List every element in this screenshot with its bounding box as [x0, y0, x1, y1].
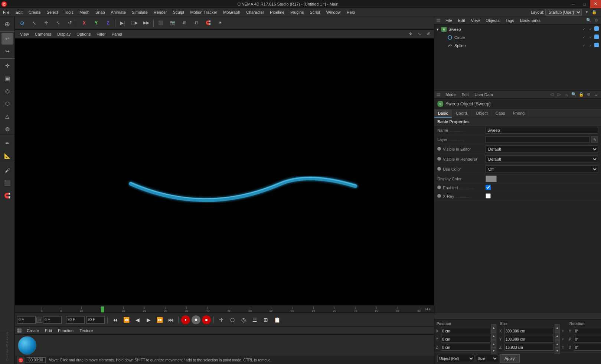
start-frame-input[interactable] — [17, 316, 36, 324]
attr-lock-icon[interactable]: 🔒 — [578, 91, 585, 98]
pos-y-input[interactable] — [441, 336, 490, 342]
use-color-select[interactable]: Off On Auto — [486, 165, 598, 173]
menu-simulate[interactable]: Simulate — [129, 8, 151, 16]
undo-tool-button[interactable]: ↩ — [1, 33, 13, 45]
menu-script[interactable]: Script — [307, 8, 323, 16]
material-panel-icon[interactable] — [16, 328, 22, 334]
size-z-link[interactable]: B — [561, 344, 566, 351]
obj-ctrl-render-circle[interactable]: ✓ — [588, 35, 594, 40]
obj-ctrl-render-sweep[interactable]: ✓ — [588, 26, 594, 32]
attr-value-layer[interactable]: ✎ — [486, 136, 598, 143]
close-button[interactable]: ✕ — [590, 0, 601, 8]
obj-ctrl-vis-spline[interactable]: ✓ — [581, 43, 587, 49]
menu-file[interactable]: File — [0, 8, 13, 16]
attr-tab-caps[interactable]: Caps — [492, 109, 509, 118]
menu-mesh[interactable]: Mesh — [76, 8, 92, 16]
viewport-move-icon[interactable]: ✛ — [406, 30, 414, 38]
step-back-button[interactable]: ⏪ — [121, 315, 131, 325]
sphere-tool-button[interactable]: ◎ — [1, 85, 13, 97]
goto-end-button[interactable]: ⏭ — [166, 315, 176, 325]
obj-ctrl-vis-circle[interactable]: ✓ — [581, 35, 587, 40]
visible-renderer-select[interactable]: Default On Off — [486, 155, 598, 163]
menu-snap[interactable]: Snap — [92, 8, 108, 16]
move-tool-button[interactable]: ✛ — [1, 60, 13, 72]
grid-button[interactable]: ⊞ — [179, 18, 190, 28]
menu-plugins[interactable]: Plugins — [287, 8, 307, 16]
viewport-zoom-icon[interactable]: ⤡ — [415, 30, 423, 38]
attr-value-name[interactable] — [486, 127, 598, 134]
xray-checkbox[interactable] — [486, 193, 491, 199]
redo-tool-button[interactable]: ↪ — [1, 45, 13, 57]
viewport[interactable] — [15, 39, 434, 305]
cube-tool-button[interactable]: ▣ — [1, 72, 13, 84]
select-object-button[interactable]: ↖ — [29, 18, 40, 28]
attr-value-visible-renderer[interactable]: Default On Off — [486, 155, 598, 163]
attr-edit[interactable]: Edit — [459, 91, 472, 99]
menu-help[interactable]: Help — [344, 8, 358, 16]
vm-panel[interactable]: Panel — [109, 30, 125, 39]
attr-value-xray[interactable] — [486, 193, 598, 199]
menu-window[interactable]: Window — [323, 8, 344, 16]
attr-back-icon[interactable]: ◁ — [548, 91, 555, 98]
obj-bookmarks[interactable]: Bookmarks — [517, 16, 543, 24]
world-axis-button[interactable]: ⊕ — [1, 18, 13, 30]
obj-file[interactable]: File — [442, 16, 455, 24]
key-timeline-button[interactable]: ⊞ — [261, 315, 271, 325]
perspective-button[interactable]: ⬛ — [155, 18, 166, 28]
attr-value-visible-editor[interactable]: Default On Off — [486, 145, 598, 153]
menu-render[interactable]: Render — [151, 8, 170, 16]
key-snap-button[interactable]: 📋 — [272, 315, 282, 325]
play-forward-button[interactable]: ▶ — [144, 315, 153, 325]
cylinder-tool-button[interactable]: ⬡ — [1, 98, 13, 109]
attr-home-icon[interactable]: ⌂ — [563, 91, 570, 98]
key-edit-button[interactable]: ☰ — [250, 315, 259, 325]
attr-value-use-color[interactable]: Off On Auto — [486, 165, 598, 173]
attr-userdata[interactable]: User Data — [472, 91, 496, 99]
play-clip-button[interactable]: ▶| — [117, 18, 128, 28]
cone-tool-button[interactable]: △ — [1, 110, 13, 122]
torus-tool-button[interactable]: ◍ — [1, 123, 13, 135]
menu-edit[interactable]: Edit — [13, 8, 26, 16]
attr-tab-coord[interactable]: Coord. — [452, 109, 472, 118]
size-x-up[interactable]: ▲ — [555, 324, 560, 331]
menu-mograph[interactable]: MoGraph — [220, 8, 243, 16]
layer-edit-button[interactable]: ✎ — [591, 136, 598, 143]
obj-search-icon[interactable]: 🔍 — [585, 17, 592, 24]
pos-x-input[interactable] — [441, 328, 490, 334]
attr-tab-phong[interactable]: Phong — [509, 109, 529, 118]
obj-settings-icon[interactable]: ⚙ — [593, 17, 600, 24]
attr-value-enabled[interactable] — [486, 185, 598, 191]
vm-options[interactable]: Options — [74, 30, 94, 39]
attr-tab-basic[interactable]: Basic — [434, 109, 452, 118]
light-button[interactable]: ☀ — [215, 18, 226, 28]
size-x-input[interactable] — [504, 328, 554, 334]
menu-sculpt[interactable]: Sculpt — [170, 8, 187, 16]
end-frame-input[interactable] — [66, 316, 85, 324]
obj-ctrl-vis-sweep[interactable]: ✓ — [581, 26, 587, 32]
vm-filter[interactable]: Filter — [94, 30, 108, 39]
play-back-button[interactable]: ◀ — [133, 315, 142, 325]
menu-animate[interactable]: Animate — [108, 8, 129, 16]
rot-h-input[interactable] — [574, 328, 601, 334]
status-cinema-icon[interactable]: C — [17, 357, 25, 364]
scale-button[interactable]: ⤡ — [52, 18, 63, 28]
magnet-tool-button[interactable]: 🧲 — [1, 190, 13, 201]
key-move-button[interactable]: ◎ — [239, 315, 248, 325]
material-swatch-mat[interactable] — [18, 336, 36, 355]
coord-system-select[interactable]: Object (Rel) World Parent — [437, 355, 474, 362]
visible-editor-select[interactable]: Default On Off — [486, 145, 598, 153]
layer-display[interactable] — [486, 136, 590, 143]
vm-view[interactable]: View — [17, 30, 32, 39]
attr-search-icon[interactable]: 🔍 — [571, 91, 577, 98]
display-color-swatch[interactable] — [486, 176, 497, 182]
auto-record-button[interactable]: ⏺ — [192, 315, 200, 324]
size-y-input[interactable] — [504, 336, 554, 342]
attr-extra-icon[interactable]: ≡ — [593, 91, 600, 98]
key-remove-button[interactable]: ⬡ — [228, 315, 237, 325]
menu-select[interactable]: Select — [44, 8, 61, 16]
pos-z-input[interactable] — [441, 344, 490, 351]
maximize-button[interactable]: □ — [579, 0, 590, 8]
attr-settings-icon[interactable]: ⚙ — [585, 91, 592, 98]
frame-back-button[interactable]: ◁ — [36, 317, 42, 323]
mat-create[interactable]: Create — [24, 327, 42, 335]
